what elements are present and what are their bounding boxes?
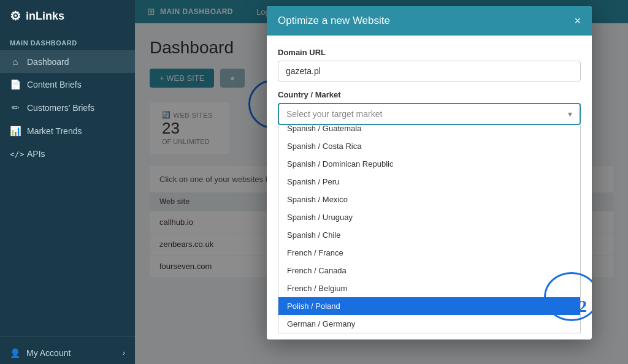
sidebar-account-label: My Account bbox=[26, 348, 71, 358]
dropdown-item-fr-ca[interactable]: French / Canada bbox=[278, 262, 580, 279]
sidebar-logo: ⚙ inLinks bbox=[0, 0, 135, 32]
modal-close-button[interactable]: × bbox=[574, 15, 581, 26]
sidebar-item-label: Dashboard bbox=[27, 57, 69, 67]
sidebar-item-label: Customers' Briefs bbox=[27, 103, 94, 113]
sidebar-item-label: APIs bbox=[27, 149, 45, 159]
sidebar: ⚙ inLinks MAIN DASHBOARD ⌂ Dashboard 📄 C… bbox=[0, 0, 135, 364]
sidebar-item-content-briefs[interactable]: 📄 Content Briefs bbox=[0, 73, 135, 96]
chevron-down-icon: ▾ bbox=[568, 109, 572, 119]
modal-title: Optimize a new Website bbox=[278, 15, 390, 27]
dropdown-list: English / SingaporeEnglish / MalaysiaEng… bbox=[278, 125, 581, 333]
dropdown-item-es-cr[interactable]: Spanish / Costa Rica bbox=[278, 137, 580, 155]
country-select-wrapper: Select your target market ▾ English / Si… bbox=[278, 103, 581, 333]
sidebar-item-label: Content Briefs bbox=[27, 80, 82, 89]
dropdown-item-pl-pl[interactable]: Polish / Poland bbox=[278, 297, 580, 315]
chevron-right-icon: › bbox=[123, 349, 125, 357]
country-market-label: Country / Market bbox=[278, 90, 581, 99]
dropdown-item-es-gt[interactable]: Spanish / Guatemala bbox=[278, 125, 580, 137]
country-select-display[interactable]: Select your target market ▾ bbox=[278, 103, 581, 125]
chart-icon: 📊 bbox=[10, 126, 21, 137]
sidebar-item-customers-briefs[interactable]: ✏ Customers' Briefs bbox=[0, 96, 135, 119]
dropdown-item-fr-be[interactable]: French / Belgium bbox=[278, 279, 580, 297]
dropdown-item-es-uy[interactable]: Spanish / Uruguay bbox=[278, 208, 580, 226]
main-nav-section-title: MAIN DASHBOARD bbox=[0, 32, 135, 50]
domain-url-input[interactable] bbox=[278, 61, 581, 82]
dropdown-item-es-cl[interactable]: Spanish / Chile bbox=[278, 226, 580, 244]
account-icon: 👤 bbox=[10, 348, 20, 358]
main-content: ⊞ MAIN DASHBOARD Logged as dixonhjones@g… bbox=[135, 0, 628, 364]
home-icon: ⌂ bbox=[10, 56, 21, 67]
optimize-website-modal: Optimize a new Website × Domain URL Coun… bbox=[267, 6, 592, 339]
dropdown-item-es-mx[interactable]: Spanish / Mexico bbox=[278, 191, 580, 208]
code-icon: </> bbox=[10, 150, 21, 159]
sidebar-divider bbox=[0, 336, 135, 337]
sidebar-item-market-trends[interactable]: 📊 Market Trends bbox=[0, 119, 135, 143]
sidebar-item-apis[interactable]: </> APIs bbox=[0, 143, 135, 165]
logo-icon: ⚙ bbox=[10, 9, 21, 23]
sidebar-item-my-account[interactable]: 👤 My Account › bbox=[0, 342, 135, 364]
select-placeholder: Select your target market bbox=[286, 109, 382, 119]
dropdown-item-de-de[interactable]: German / Germany bbox=[278, 315, 580, 333]
sidebar-item-label: Market Trends bbox=[27, 126, 82, 136]
domain-url-label: Domain URL bbox=[278, 48, 581, 57]
edit-icon: ✏ bbox=[10, 102, 21, 113]
document-icon: 📄 bbox=[10, 79, 21, 90]
dropdown-scroll-container: English / SingaporeEnglish / MalaysiaEng… bbox=[278, 125, 581, 333]
modal-header: Optimize a new Website × bbox=[267, 6, 592, 36]
dropdown-item-es-do[interactable]: Spanish / Dominican Republic bbox=[278, 155, 580, 173]
logo-text: inLinks bbox=[26, 10, 64, 23]
sidebar-item-dashboard[interactable]: ⌂ Dashboard bbox=[0, 50, 135, 73]
dropdown-item-fr-fr[interactable]: French / France bbox=[278, 244, 580, 262]
modal-body: Domain URL Country / Market Select your … bbox=[267, 36, 592, 339]
dropdown-item-es-pe[interactable]: Spanish / Peru bbox=[278, 173, 580, 191]
